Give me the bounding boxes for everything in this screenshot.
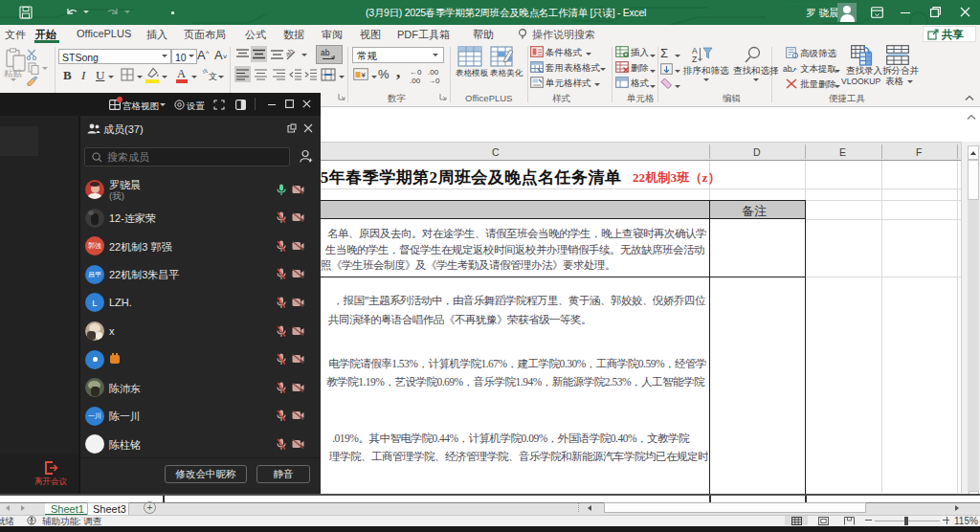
svg-text:ab: ab: [286, 48, 296, 58]
svg-text:文: 文: [209, 72, 217, 80]
svg-text:ab: ab: [321, 48, 330, 57]
svg-text:Z: Z: [692, 55, 697, 64]
svg-text:¥: ¥: [361, 71, 367, 79]
svg-text:ab: ab: [783, 64, 792, 74]
